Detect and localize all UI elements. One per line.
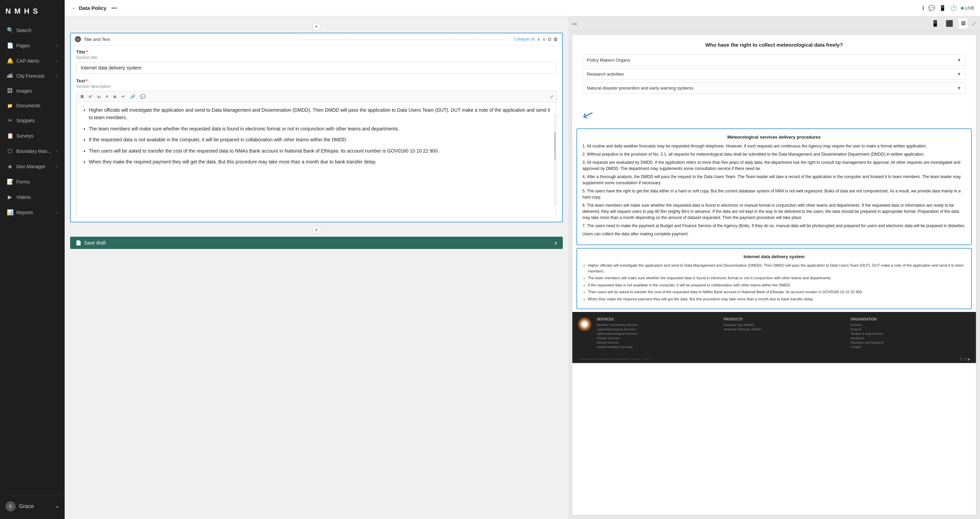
subscript-button[interactable]: x₂: [95, 93, 102, 100]
more-options-button[interactable]: •••: [111, 5, 117, 11]
surveys-icon: 📋: [7, 133, 13, 139]
live-badge[interactable]: LIVE: [961, 5, 975, 11]
topbar: → Data Policy ••• ℹ 💬 📱 🕐 LIVE: [65, 0, 980, 16]
sidebar-item-label: Surveys: [16, 133, 34, 139]
chevron-right-icon: ›: [56, 164, 58, 169]
save-draft-bar[interactable]: 📄 Save draft ∧: [70, 237, 563, 249]
sidebar-item-search[interactable]: 🔍 Search: [2, 23, 63, 37]
footer-item: Aviation Weather Services: [597, 345, 717, 349]
expand-icon[interactable]: ∨: [542, 37, 546, 42]
sidebar-item-label: Images: [16, 88, 32, 94]
sidebar-item-forms[interactable]: 📝 Forms: [2, 174, 63, 189]
add-block-bottom-button[interactable]: +: [312, 226, 321, 234]
list-item: If the requested data is not available i…: [89, 136, 551, 144]
preview-content: Who have the right to collect meteorolog…: [572, 35, 976, 515]
preview-card-text-6: 6. The team members will make sure wheth…: [582, 202, 966, 221]
tablet-device-icon[interactable]: ⬛: [944, 18, 955, 29]
block-header: ⊙ Title and Text Collapse all ∧ ∨ ⧉ 🗑: [71, 34, 562, 45]
footer-item: Hydrometeorological Services: [597, 332, 717, 335]
preview-dropdown-2[interactable]: Research activities ▼: [582, 69, 966, 80]
preview-internet-card: Internet data delivery system Higher off…: [576, 248, 972, 309]
sidebar-item-geo-manager[interactable]: ◈ Geo Manager ›: [2, 159, 63, 174]
footer-item: Weather Forecasting Services: [597, 323, 717, 327]
sidebar-item-snippets[interactable]: ✂ Snippets: [2, 113, 63, 128]
rich-text-body[interactable]: Higher officials will investigate the ap…: [76, 102, 557, 217]
sidebar-item-videos[interactable]: ▶ Videos: [2, 190, 63, 204]
mobile-icon[interactable]: 📱: [939, 5, 946, 11]
preview-topbar: ↦ 📱 ⬛ 🖥 ⤢: [568, 16, 980, 31]
facebook-icon[interactable]: f: [965, 357, 966, 361]
bold-button[interactable]: B: [79, 93, 85, 100]
enter-button[interactable]: ↵: [120, 93, 127, 100]
text-field-label: Text*: [76, 78, 557, 83]
drag-handle[interactable]: ⊙: [75, 36, 81, 42]
comment-icon[interactable]: 💬: [928, 5, 935, 11]
footer-item: Seasonal Hydrolog. Bulletin: [724, 327, 843, 331]
preview-arrow-container: ↙: [572, 103, 976, 126]
required-indicator: *: [86, 50, 88, 54]
footer-copyright: © National Meteorological and Hydrologic…: [578, 358, 649, 361]
nav-forward-icon[interactable]: →: [70, 5, 76, 11]
expand-editor-icon[interactable]: ⤢: [550, 94, 554, 99]
delete-icon[interactable]: 🗑: [553, 37, 558, 42]
sidebar-item-documents[interactable]: 📁 Documents: [2, 99, 63, 112]
info-icon[interactable]: ℹ: [922, 5, 924, 11]
sidebar-item-city-forecast[interactable]: 🏙 City Forecast ›: [2, 69, 63, 83]
sidebar-item-label: Videos: [16, 195, 31, 200]
preview-dropdown-1[interactable]: Policy Makers Organs ▼: [582, 54, 966, 66]
footer-products-title: PRODUCTS: [724, 318, 843, 321]
twitter-icon[interactable]: 𝕏: [960, 357, 963, 361]
dropdown-arrow-icon: ▼: [957, 72, 961, 77]
preview-expand-icon[interactable]: ⤢: [972, 21, 976, 27]
sidebar-item-pages[interactable]: 📄 Pages ›: [2, 38, 63, 53]
footer-org-title: ORGANISATION: [850, 318, 970, 321]
unordered-list-button[interactable]: ≡: [105, 93, 110, 100]
sidebar-item-cap-alerts[interactable]: 🔔 CAP Alerts ›: [2, 53, 63, 68]
preview-nav-icon[interactable]: ↦: [572, 21, 577, 27]
link-button[interactable]: 🔗: [129, 93, 137, 100]
history-icon[interactable]: 🕐: [950, 5, 957, 11]
sidebar-item-label: Snippets: [16, 118, 35, 123]
desktop-device-icon[interactable]: 🖥: [959, 18, 967, 29]
videos-icon: ▶: [7, 194, 13, 200]
sidebar-item-boundary-man[interactable]: ⬡ Boundary Man... ›: [2, 144, 63, 158]
main-content: → Data Policy ••• ℹ 💬 📱 🕐 LIVE + ⊙ Title…: [65, 0, 980, 519]
block-body: Title* Section title Text* Section descr…: [71, 45, 562, 222]
user-profile[interactable]: G Grace ▲: [0, 497, 65, 516]
superscript-button[interactable]: x²: [87, 93, 94, 100]
ordered-list-button[interactable]: ≣: [111, 93, 118, 100]
sidebar-item-reports[interactable]: 📊 Reports ›: [2, 205, 63, 220]
footer-services-col: SERVICES Weather Forecasting Services Ag…: [597, 318, 717, 350]
preview-question-section: Who have the right to collect meteorolog…: [572, 35, 976, 103]
mobile-device-icon[interactable]: 📱: [930, 18, 940, 29]
footer-item: Climate Services: [597, 337, 717, 340]
preview-card-text-8: Users can collect the data after making …: [582, 231, 966, 237]
sidebar-item-surveys[interactable]: 📋 Surveys: [2, 128, 63, 143]
topbar-right: ℹ 💬 📱 🕐 LIVE: [922, 5, 975, 11]
preview-card-text-1: 1. All routine and daily weather forecas…: [582, 143, 966, 149]
scrollbar-track[interactable]: [554, 114, 556, 206]
logo: N M H S: [0, 0, 65, 22]
collapse-all-button[interactable]: Collapse all: [514, 37, 535, 42]
comment-button[interactable]: 💬: [139, 93, 147, 100]
footer-item: Marine Services: [597, 341, 717, 344]
list-item: If the requested data is not available i…: [588, 282, 966, 288]
preview-card-text-7: 7. The users need to make the payment at…: [582, 223, 966, 229]
title-input[interactable]: [76, 62, 557, 73]
youtube-icon[interactable]: ▶: [968, 357, 970, 361]
preview-card-text-2: 2. Without prejudice to the provision of…: [582, 151, 966, 157]
sidebar-item-images[interactable]: 🖼 Images: [2, 84, 63, 98]
preview-dropdown-3[interactable]: Natural disaster prevention and early wa…: [582, 82, 966, 94]
dropdown-label: Research activities: [587, 72, 624, 77]
geo-icon: ◈: [7, 163, 13, 169]
add-block-top-button[interactable]: +: [312, 22, 321, 30]
required-indicator: *: [86, 78, 88, 83]
list-item: Then users will be asked to transfer the…: [588, 289, 966, 295]
collapse-icon[interactable]: ∧: [537, 37, 540, 42]
footer-item: Vacancies: [850, 337, 970, 340]
save-icon: 📄: [76, 240, 81, 246]
duplicate-icon[interactable]: ⧉: [548, 37, 551, 42]
text-field-hint: Section description: [76, 84, 557, 89]
sidebar-item-label: City Forecast: [16, 73, 44, 79]
scrollbar-thumb[interactable]: [554, 132, 556, 160]
